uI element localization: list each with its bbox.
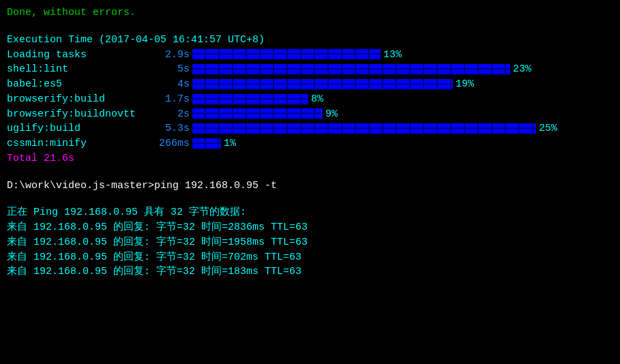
task-row: browserify:build 1.7s8% [7,92,613,107]
task-name: cssmin:minify [7,136,154,151]
ping-line: 来自 192.168.0.95 的回复: 字节=32 时间=702ms TTL=… [7,250,613,265]
task-row: browserify:buildnovtt 2s9% [7,107,613,122]
task-pct: 8% [311,92,323,107]
task-pct: 9% [325,107,338,122]
empty-line-3 [7,193,613,205]
task-time: 1.7s [154,92,190,107]
task-name: babel:es5 [7,77,154,92]
task-pct: 25% [539,121,557,136]
task-row: Loading tasks 2.9s13% [7,48,613,63]
task-time: 266ms [154,136,190,151]
task-pct: 1% [224,136,236,151]
task-row: shell:lint 5s23% [7,62,613,77]
ping-line: 来自 192.168.0.95 的回复: 字节=32 时间=1958ms TTL… [7,235,613,250]
exec-time-header: Execution Time (2017-04-05 16:41:57 UTC+… [7,33,613,48]
empty-line-2 [7,166,613,179]
total-line: Total 21.6s [7,151,613,166]
task-bar [192,94,308,105]
task-bar [192,108,323,119]
done-line: Done, without errors. [7,5,613,20]
task-pct: 13% [383,48,402,63]
task-row: cssmin:minify 266ms1% [7,136,613,151]
task-time: 4s [154,77,190,92]
task-time: 5.3s [154,121,190,136]
task-row: uglify:build 5.3s25% [7,121,613,136]
task-time: 2s [154,107,190,122]
task-time: 5s [154,62,190,77]
ping-line: 正在 Ping 192.168.0.95 具有 32 字节的数据: [7,205,613,220]
ping-line: 来自 192.168.0.95 的回复: 字节=32 时间=2836ms TTL… [7,220,613,235]
task-rows: Loading tasks 2.9s13%shell:lint 5s23%bab… [7,48,613,151]
prompt-line: D:\work\video.js-master>ping 192.168.0.9… [7,179,613,194]
task-name: browserify:buildnovtt [7,107,154,122]
task-bar [192,64,510,75]
ping-line: 来自 192.168.0.95 的回复: 字节=32 时间=183ms TTL=… [7,264,613,279]
terminal-window: Done, without errors. Execution Time (20… [7,5,613,279]
task-pct: 23% [513,62,531,77]
task-bar [192,49,381,60]
task-bar [192,79,453,90]
task-name: browserify:build [7,92,154,107]
task-row: babel:es5 4s19% [7,77,613,92]
task-bar [192,138,221,149]
task-name: Loading tasks [7,48,154,63]
task-pct: 19% [456,77,474,92]
empty-line-1 [7,20,613,33]
ping-output: 正在 Ping 192.168.0.95 具有 32 字节的数据:来自 192.… [7,205,613,279]
task-bar [192,123,536,134]
task-time: 2.9s [154,48,190,63]
task-name: uglify:build [7,121,154,136]
task-name: shell:lint [7,62,154,77]
